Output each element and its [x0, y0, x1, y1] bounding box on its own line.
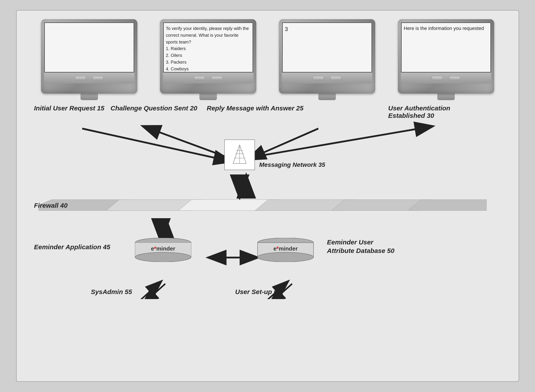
monitor-1-button-right [93, 76, 103, 80]
svg-line-11 [144, 284, 165, 299]
monitor-2-text: To verify your identity, please reply wi… [166, 26, 249, 73]
monitor-2-screen: To verify your identity, please reply wi… [163, 22, 253, 73]
label-messaging-network: Messaging Network 35 [259, 161, 325, 168]
svg-point-29 [135, 252, 191, 262]
svg-line-4 [248, 129, 318, 159]
label-eeminder-app: Eeminder Application 45 [34, 243, 110, 251]
monitor-1-wrap [37, 19, 142, 100]
svg-marker-25 [408, 200, 487, 210]
label-eeminder-db: Eeminder UserAttribute Database 50 [327, 238, 394, 255]
monitor-3-button-right [330, 76, 341, 80]
svg-point-33 [258, 252, 313, 262]
eeminder-db-svg: eeminder [257, 238, 314, 262]
monitor-2-wrap: To verify your identity, please reply wi… [156, 19, 261, 100]
eeminder-app-icon: eeminder [135, 238, 191, 262]
firewall-svg [38, 199, 487, 212]
monitor-3-stand [318, 93, 336, 100]
label-user-auth: User AuthenticationEstablished 30 [388, 104, 450, 119]
monitor-4-button-left [432, 76, 443, 80]
monitor-1-base [44, 73, 134, 84]
monitor-3-base [282, 73, 372, 84]
tower-icon [231, 144, 248, 166]
monitor-3-text: 3 [285, 26, 288, 32]
label-user-setup: User Set-up 60 [235, 288, 281, 296]
svg-line-12 [139, 282, 161, 299]
monitor-4-button-right [449, 76, 460, 80]
svg-line-3 [144, 126, 227, 157]
monitor-1-screen [44, 22, 134, 73]
monitor-4-base [401, 73, 491, 84]
label-challenge-question: Challenge Question Sent 20 [111, 104, 197, 112]
monitor-4: Here is the information you requested [398, 19, 494, 93]
firewall-container [38, 199, 487, 212]
label-reply-message: Reply Message with Answer 25 [207, 104, 303, 112]
monitor-3-button-left [313, 76, 324, 80]
messaging-network-icon [224, 140, 255, 170]
svg-line-5 [253, 126, 432, 157]
monitor-4-screen: Here is the information you requested [401, 22, 491, 73]
monitor-2-button-left [194, 76, 205, 80]
monitor-1 [41, 19, 137, 93]
monitor-4-text: Here is the information you requested [404, 26, 484, 31]
monitor-3-wrap: 3 [274, 19, 380, 100]
monitor-3-screen: 3 [282, 22, 372, 73]
monitor-1-button-left [75, 76, 86, 80]
monitor-2-stand [199, 93, 217, 100]
monitor-2-base [163, 73, 253, 84]
diagram-section: Initial User Request 15 Challenge Questi… [17, 102, 519, 381]
label-firewall: Firewall 40 [34, 202, 68, 209]
label-sysadmin: SysAdmin 55 [91, 288, 132, 296]
label-initial-user-request: Initial User Request 15 [34, 104, 104, 112]
monitor-1-stand [80, 93, 98, 100]
eeminder-app-svg: eeminder [135, 238, 191, 262]
eeminder-db-icon: eeminder [257, 238, 314, 262]
svg-line-2 [82, 129, 231, 161]
main-diagram: To verify your identity, please reply wi… [16, 10, 519, 382]
monitor-3: 3 [279, 19, 375, 93]
monitors-row: To verify your identity, please reply wi… [21, 15, 514, 100]
monitor-2-button-right [211, 76, 222, 80]
monitor-4-stand [437, 93, 455, 100]
monitor-2: To verify your identity, please reply wi… [160, 19, 256, 93]
monitor-4-wrap: Here is the information you requested [394, 19, 498, 100]
